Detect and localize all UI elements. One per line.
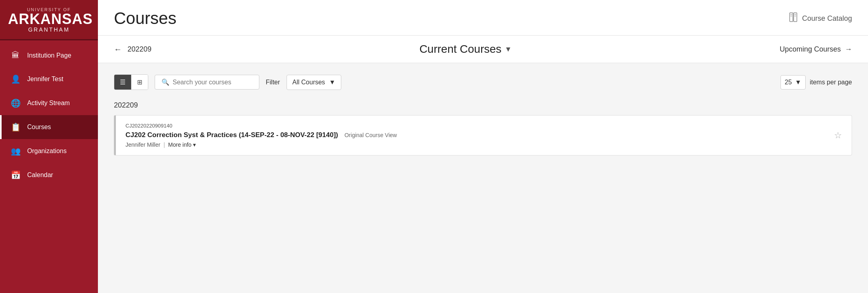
course-meta: Jennifer Miller | More info ▾ (125, 142, 397, 148)
sidebar-item-label: Organizations (27, 147, 67, 155)
items-per-page-select[interactable]: 25 ▼ (780, 75, 806, 90)
sidebar-logo: UNIVERSITY OF ARKANSAS GRANTHAM (0, 0, 98, 40)
grantham-label: GRANTHAM (8, 26, 90, 33)
globe-icon: 🌐 (10, 98, 21, 108)
forward-arrow-icon: → (845, 45, 852, 54)
course-instructor: Jennifer Miller (125, 142, 160, 148)
term-nav: ← 202209 Current Courses ▼ Upcoming Cour… (98, 36, 868, 63)
back-arrow-icon: ← (114, 45, 122, 54)
search-icon: 🔍 (161, 78, 169, 86)
main-content: Courses Course Catalog ← 202209 Current … (98, 0, 868, 293)
sidebar-item-label: Calendar (27, 171, 53, 179)
current-term-label: Current Courses (419, 43, 501, 56)
meta-separator: | (163, 142, 165, 148)
items-per-page-label: items per page (810, 79, 852, 86)
sidebar-item-label: Activity Stream (27, 100, 70, 107)
course-name[interactable]: CJ202 Correction Syst & Practices (14-SE… (125, 131, 338, 139)
calendar-icon: 📅 (10, 170, 21, 180)
list-view-button[interactable]: ☰ (114, 75, 131, 90)
main-header: Courses Course Catalog (98, 0, 868, 36)
grid-view-button[interactable]: ⊞ (131, 75, 148, 90)
prev-term-nav[interactable]: ← 202209 (114, 45, 151, 54)
institution-icon: 🏛 (10, 51, 21, 60)
more-info-button[interactable]: More info ▾ (168, 142, 196, 148)
sidebar-nav: 🏛 Institution Page 👤 Jennifer Test 🌐 Act… (0, 40, 98, 293)
svg-rect-1 (794, 13, 797, 22)
search-input[interactable] (173, 79, 253, 86)
content-area: ☰ ⊞ 🔍 Filter All Courses ▼ 25 ▼ items pe… (98, 63, 868, 293)
back-term-label: 202209 (127, 45, 151, 54)
course-code: CJ20220220909140 (125, 123, 397, 129)
star-favorite-button[interactable]: ☆ (834, 130, 842, 141)
arkansas-label: ARKANSAS (8, 12, 90, 26)
sidebar-item-courses[interactable]: 📋 Courses (0, 115, 98, 139)
sidebar-item-label: Jennifer Test (27, 76, 63, 83)
sidebar-item-label: Courses (27, 124, 51, 131)
filter-label: Filter (266, 79, 280, 86)
course-view-badge: Original Course View (344, 132, 397, 138)
courses-icon: 📋 (10, 122, 21, 132)
upcoming-term-label: Upcoming Courses (780, 45, 841, 54)
course-card-info: CJ20220220909140 CJ202 Correction Syst &… (125, 123, 397, 148)
current-term-dropdown[interactable]: Current Courses ▼ (419, 43, 512, 56)
svg-rect-0 (790, 13, 793, 22)
catalog-book-icon (788, 12, 799, 25)
sidebar-item-label: Institution Page (27, 52, 71, 59)
sidebar-item-institution-page[interactable]: 🏛 Institution Page (0, 44, 98, 67)
filter-bar: ☰ ⊞ 🔍 Filter All Courses ▼ 25 ▼ items pe… (114, 74, 852, 90)
view-toggle: ☰ ⊞ (114, 74, 148, 90)
sidebar-item-organizations[interactable]: 👥 Organizations (0, 139, 98, 163)
filter-dropdown[interactable]: All Courses ▼ (287, 75, 342, 90)
user-icon: 👤 (10, 74, 21, 84)
term-section-label: 202209 (114, 101, 852, 110)
sidebar: UNIVERSITY OF ARKANSAS GRANTHAM 🏛 Instit… (0, 0, 98, 293)
sidebar-item-jennifer-test[interactable]: 👤 Jennifer Test (0, 67, 98, 91)
sidebar-item-activity-stream[interactable]: 🌐 Activity Stream (0, 91, 98, 115)
dropdown-arrow-icon: ▼ (505, 45, 512, 54)
filter-value: All Courses (293, 79, 325, 86)
filter-dropdown-arrow-icon: ▼ (329, 79, 335, 86)
items-select-arrow-icon: ▼ (795, 79, 801, 86)
course-card: CJ20220220909140 CJ202 Correction Syst &… (114, 115, 852, 155)
page-title: Courses (114, 9, 176, 28)
course-catalog-label: Course Catalog (802, 14, 852, 23)
more-info-chevron-icon: ▾ (193, 142, 196, 148)
items-per-page-value: 25 (785, 79, 792, 86)
course-name-row: CJ202 Correction Syst & Practices (14-SE… (125, 131, 397, 139)
items-per-page: 25 ▼ items per page (780, 75, 852, 90)
course-catalog-link[interactable]: Course Catalog (788, 12, 852, 25)
more-info-label: More info (168, 142, 191, 148)
search-box: 🔍 (155, 75, 259, 90)
sidebar-item-calendar[interactable]: 📅 Calendar (0, 163, 98, 187)
organizations-icon: 👥 (10, 146, 21, 156)
next-term-nav[interactable]: Upcoming Courses → (780, 45, 852, 54)
